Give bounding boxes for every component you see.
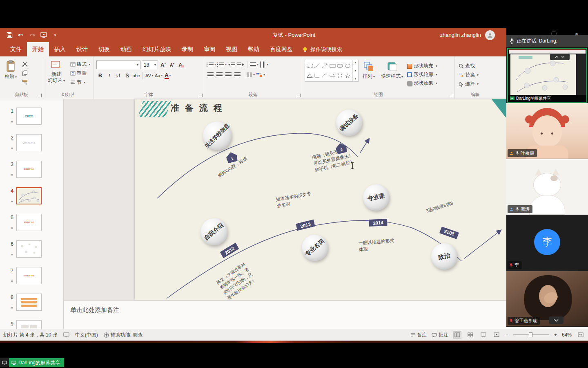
slide-thumbnail[interactable]	[16, 294, 42, 311]
display-icon[interactable]	[63, 332, 69, 337]
slideshow-view-button[interactable]	[492, 331, 501, 339]
numbering-button[interactable]: ▾	[217, 61, 227, 68]
text-direction-button[interactable]: ▾	[260, 61, 268, 68]
comments-toggle-button[interactable]: 批注	[432, 332, 448, 339]
paragraph-dialog-launcher[interactable]	[297, 94, 301, 97]
screen-share-preview[interactable]: DarLing的屏幕共享	[507, 48, 587, 103]
slide-thumbnail[interactable]	[16, 240, 42, 258]
panel-collapse-control[interactable]	[550, 54, 570, 60]
slide-thumbnail-item-6[interactable]: 6★	[0, 240, 63, 267]
font-name-combobox[interactable]: ▾	[96, 61, 140, 69]
align-left-button[interactable]	[207, 71, 214, 79]
underline-button[interactable]: U	[114, 72, 122, 79]
slide-thumbnail-item-4[interactable]: 4★	[0, 187, 63, 214]
slide-thumbnail[interactable]	[16, 320, 42, 329]
line-spacing-button[interactable]: ▾	[250, 61, 258, 68]
font-size-combobox[interactable]: 18▾	[142, 61, 158, 69]
tab-transitions[interactable]: 切换	[93, 42, 115, 56]
shape-effects-button[interactable]: 形状效果▾	[407, 79, 437, 87]
zoom-in-button[interactable]: +	[554, 332, 557, 338]
font-color-button[interactable]: A▾	[164, 72, 172, 79]
increase-font-button[interactable]: A▴	[159, 61, 167, 69]
slide-thumbnail-item-2[interactable]: 2★ CONTENTS	[0, 134, 63, 161]
zoom-slider-handle[interactable]	[529, 332, 532, 337]
notes-toggle-button[interactable]: 备注	[410, 332, 427, 339]
new-slide-button[interactable]: 新建幻灯片▾	[46, 58, 67, 91]
justify-button[interactable]	[234, 71, 241, 79]
slide-thumbnail-item-7[interactable]: 7★ PART 03	[0, 267, 63, 294]
clear-formatting-button[interactable]: A	[177, 61, 185, 69]
copy-button[interactable]	[21, 69, 30, 77]
participant-video-2[interactable]: 海涛	[506, 159, 588, 215]
clipboard-dialog-launcher[interactable]	[38, 94, 42, 97]
tab-design[interactable]: 设计	[71, 42, 93, 56]
tab-insert[interactable]: 插入	[49, 42, 71, 56]
shape-fill-button[interactable]: 形状填充▾	[407, 62, 437, 70]
participant-video-4[interactable]: 管工燕亭臻	[506, 271, 588, 326]
tab-record[interactable]: 录制	[176, 42, 198, 56]
find-button[interactable]: 查找	[457, 62, 494, 70]
shapes-gallery[interactable]: ▴ ▾ ▾	[305, 60, 359, 82]
meeting-control-icon[interactable]	[551, 31, 557, 36]
slide-thumbnail[interactable]: PART 01	[16, 161, 42, 178]
decrease-indent-button[interactable]	[228, 61, 236, 68]
zoom-slider[interactable]	[513, 334, 549, 335]
text-shadow-button[interactable]: S	[123, 72, 131, 79]
shapes-gallery-scrollbar[interactable]: ▴ ▾ ▾	[352, 60, 358, 81]
tab-slideshow[interactable]: 幻灯片放映	[137, 42, 176, 56]
slide-canvas[interactable]: 准 备 流 程 关注学校信息 调试设备 自我介绍 专业名词 专业课 政治 1	[135, 99, 506, 300]
slide-thumbnail[interactable]: PART 03	[16, 267, 42, 284]
slide-thumbnail[interactable]: PART 02	[16, 214, 42, 231]
node-school-info[interactable]: 关注学校信息	[203, 121, 232, 150]
node-test-equipment[interactable]: 调试设备	[336, 110, 362, 136]
screen-share-taskbar-badge[interactable]: DarLing的屏幕共享	[0, 358, 64, 367]
node-politics[interactable]: 政治	[431, 243, 457, 269]
quick-styles-button[interactable]: 快速样式▾	[379, 60, 405, 79]
slide-thumbnail-current[interactable]	[16, 187, 42, 204]
participant-video-1[interactable]: 叶桥键	[506, 103, 588, 159]
tab-animations[interactable]: 动画	[115, 42, 137, 56]
account-name[interactable]: zhanglin zhanglin	[440, 32, 481, 38]
shapes-scroll-down[interactable]: ▾	[355, 69, 356, 72]
participant-video-3[interactable]: 李 李	[506, 215, 588, 271]
slide-title[interactable]: 准 备 流 程	[171, 102, 224, 114]
start-slideshow-button[interactable]	[40, 31, 47, 39]
tell-me-search[interactable]: 操作说明搜索	[302, 42, 342, 56]
increase-indent-button[interactable]	[237, 61, 245, 68]
slide-thumbnail-item-3[interactable]: 3★ PART 01	[0, 161, 63, 187]
arrange-button[interactable]: 排列▾	[361, 60, 377, 79]
tab-file[interactable]: 文件	[5, 42, 27, 56]
reading-view-button[interactable]	[479, 331, 488, 339]
bold-button[interactable]: B	[96, 72, 104, 79]
slide-thumbnail[interactable]: CONTENTS	[16, 134, 42, 151]
bullets-button[interactable]: ▾	[207, 61, 216, 68]
node-self-introduction[interactable]: 自我介绍	[200, 218, 227, 245]
align-right-button[interactable]	[225, 71, 232, 79]
convert-smartart-button[interactable]: ▾	[256, 71, 265, 79]
tab-baidu-netdisk[interactable]: 百度网盘	[265, 42, 298, 56]
slide-thumbnail-item-5[interactable]: 5★ PART 02	[0, 214, 63, 240]
customize-qat-button[interactable]: ▾	[51, 31, 59, 39]
tab-home[interactable]: 开始	[27, 42, 49, 56]
accessibility-checker[interactable]: 辅助功能: 调查	[104, 332, 143, 339]
shapes-scroll-up[interactable]: ▴	[355, 61, 356, 64]
change-case-button[interactable]: Aa▾	[155, 72, 163, 79]
paste-button[interactable]: 粘贴▾	[2, 58, 19, 91]
save-button[interactable]	[6, 31, 13, 39]
collapse-videos-button[interactable]	[549, 316, 564, 324]
slide-sorter-view-button[interactable]	[466, 331, 474, 339]
strikethrough-button[interactable]: abc	[132, 72, 140, 79]
slide-thumbnail-item-8[interactable]: 8★	[0, 294, 63, 320]
slide-thumbnail-item-9[interactable]: 9★	[0, 320, 63, 329]
shape-outline-button[interactable]: 形状轮廓▾	[407, 71, 437, 79]
account-avatar[interactable]	[485, 30, 495, 40]
select-button[interactable]: 选择▾	[457, 80, 494, 88]
decrease-font-button[interactable]: A▾	[168, 61, 176, 69]
notes-placeholder[interactable]: 单击此处添加备注	[70, 306, 119, 313]
language-indicator[interactable]: 中文(中国)	[75, 332, 98, 339]
zoom-out-button[interactable]: −	[506, 332, 508, 338]
cut-button[interactable]	[21, 60, 30, 68]
redo-button[interactable]	[29, 31, 36, 39]
node-major-course[interactable]: 专业课	[363, 184, 389, 211]
zoom-level[interactable]: 64%	[562, 332, 572, 338]
